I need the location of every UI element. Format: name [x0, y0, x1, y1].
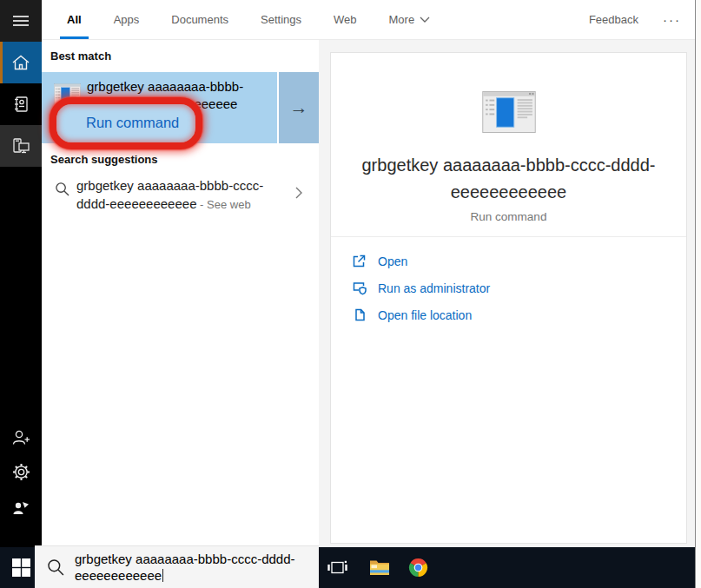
feedback-button[interactable]: Feedback: [589, 13, 638, 26]
tab-all-label: All: [67, 13, 82, 26]
tab-apps[interactable]: Apps: [109, 0, 144, 39]
windows-logo-icon: [12, 558, 30, 577]
chevron-right-icon: [294, 186, 303, 200]
search-icon: [55, 182, 69, 196]
sidebar-item-home[interactable]: [0, 42, 42, 83]
file-explorer-button[interactable]: [360, 547, 400, 588]
card-divider: [331, 236, 686, 237]
search-suggestions-header: Search suggestions: [50, 153, 158, 166]
tab-documents-label: Documents: [171, 13, 228, 26]
preview-title: grbgetkey aaaaaaaa-bbbb-cccc-dddd-eeeeee…: [356, 152, 662, 206]
preview-panel: grbgetkey aaaaaaaa-bbbb-cccc-dddd-eeeeee…: [319, 40, 695, 547]
sidebar-item-notebook[interactable]: [0, 83, 42, 125]
annotation-run-command-label: Run command: [56, 104, 195, 142]
send-feedback-icon: [12, 499, 30, 517]
more-options-button[interactable]: ···: [663, 12, 681, 27]
sidebar-item-devices[interactable]: [0, 125, 42, 167]
devices-icon: [11, 137, 30, 155]
search-input[interactable]: grbgetkey aaaaaaaa-bbbb-cccc-dddd-eeeeee…: [35, 545, 319, 588]
tab-more-label: More: [389, 13, 415, 26]
search-suggestion-item[interactable]: grbgetkey aaaaaaaa-bbbb-cccc-dddd-eeeeee…: [42, 172, 319, 228]
tab-documents[interactable]: Documents: [167, 0, 233, 39]
action-open-file-location-label: Open file location: [378, 308, 472, 322]
search-suggestion-text: grbgetkey aaaaaaaa-bbbb-cccc-dddd-eeeeee…: [76, 176, 294, 214]
windows-search-flyout: All Apps Documents Settings Web More Fee…: [0, 0, 701, 588]
tab-settings-label: Settings: [261, 13, 301, 26]
sidebar-item-settings[interactable]: [0, 454, 42, 489]
suggestion-see-web: - See web: [196, 198, 250, 211]
gear-icon: [12, 463, 30, 481]
home-accent-strip: [0, 42, 3, 83]
text-caret: [162, 569, 163, 582]
search-query-text: grbgetkey aaaaaaaa-bbbb-cccc-dddd-eeeeee…: [75, 552, 295, 583]
action-open[interactable]: Open: [331, 248, 686, 274]
search-tab-bar: All Apps Documents Settings Web More Fee…: [42, 0, 695, 40]
add-account-icon: [11, 429, 30, 446]
home-icon: [11, 54, 30, 71]
tab-web[interactable]: Web: [329, 0, 361, 39]
desktop-edge: [695, 0, 701, 588]
preview-subtitle: Run command: [331, 210, 686, 223]
search-input-value: grbgetkey aaaaaaaa-bbbb-cccc-dddd-eeeeee…: [75, 551, 311, 584]
action-open-file-location[interactable]: Open file location: [331, 301, 686, 328]
tab-settings[interactable]: Settings: [256, 0, 306, 39]
search-icon: [47, 558, 64, 576]
tab-apps-label: Apps: [114, 13, 140, 26]
action-open-label: Open: [378, 254, 407, 268]
red-highlight-annotation: Run command: [50, 97, 202, 149]
notebook-icon: [12, 96, 30, 113]
action-run-as-admin-label: Run as administrator: [378, 281, 490, 295]
file-explorer-icon: [369, 559, 390, 576]
open-external-icon: [352, 254, 367, 268]
chrome-icon: [408, 558, 428, 578]
action-run-as-admin[interactable]: Run as administrator: [331, 274, 686, 301]
right-arrow-icon: →: [290, 97, 308, 118]
hamburger-icon: [12, 15, 30, 27]
task-view-button[interactable]: [317, 547, 357, 588]
best-match-header: Best match: [50, 50, 111, 63]
tab-all[interactable]: All: [63, 0, 86, 39]
best-match-expand-button[interactable]: →: [279, 72, 319, 143]
sidebar-item-feedback[interactable]: [0, 491, 42, 525]
topbar-right-group: Feedback ···: [589, 12, 681, 27]
hamburger-menu-button[interactable]: [0, 0, 42, 42]
search-sidebar: [0, 0, 42, 547]
task-view-icon: [327, 560, 347, 575]
preview-card: grbgetkey aaaaaaaa-bbbb-cccc-dddd-eeeeee…: [330, 52, 687, 544]
tab-web-label: Web: [334, 13, 357, 26]
chevron-down-icon: [420, 17, 430, 23]
action-list: Open Run as administrator Open file loca…: [331, 248, 686, 328]
run-command-window-icon-large: [482, 91, 536, 133]
admin-shield-icon: [352, 281, 367, 295]
chrome-button[interactable]: [398, 547, 438, 588]
tab-more[interactable]: More: [385, 0, 435, 39]
file-location-icon: [352, 307, 367, 322]
sidebar-item-account[interactable]: [0, 420, 42, 455]
